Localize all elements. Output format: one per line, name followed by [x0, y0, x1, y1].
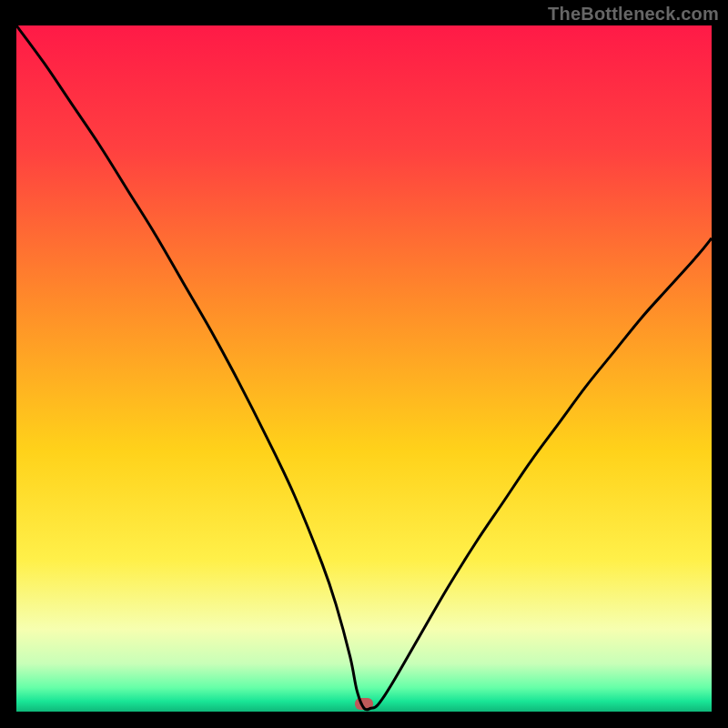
chart-svg [16, 25, 712, 712]
plot-area [16, 25, 712, 712]
chart-frame: TheBottleneck.com [0, 0, 728, 728]
watermark-text: TheBottleneck.com [548, 4, 719, 25]
gradient-rect [16, 25, 712, 712]
